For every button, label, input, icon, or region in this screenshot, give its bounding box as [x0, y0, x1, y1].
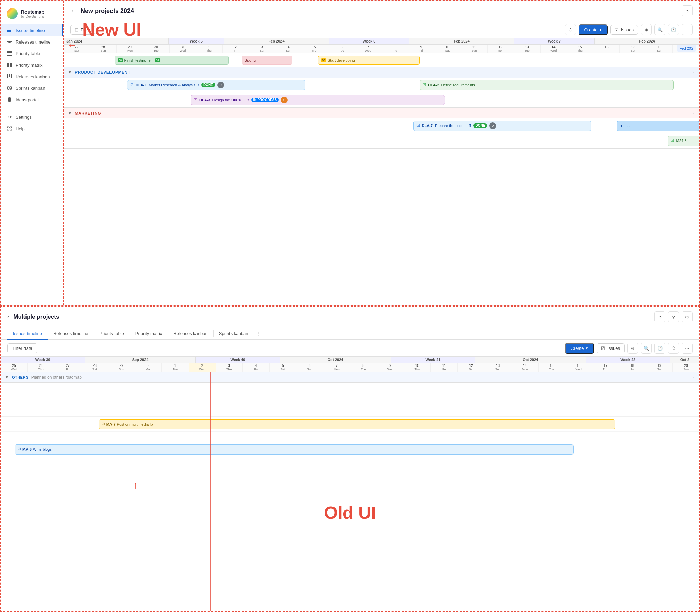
priority-icon: ↑ [197, 83, 199, 87]
sidebar-item-label: Releases timeline [16, 39, 51, 44]
marketing-header[interactable]: ▼ MARKETING ⋮ [64, 108, 699, 118]
sidebar-item-settings[interactable]: Settings [1, 111, 63, 123]
marketing-group: ▼ MARKETING ⋮ ☑ DLA-7 Prepare the code..… [64, 108, 699, 149]
day-header-thu8: 8Thu [381, 44, 408, 53]
history-button[interactable]: 🕐 [668, 24, 679, 35]
svg-rect-7 [7, 52, 12, 53]
tab-releases-timeline[interactable]: Releases timeline [48, 328, 94, 340]
old-distribute-button[interactable]: ⇕ [668, 343, 679, 353]
search-button[interactable]: 🔍 [655, 24, 665, 35]
tab-priority-matrix[interactable]: Priority matrix [130, 328, 168, 340]
week39-header: Week 39 [1, 357, 85, 363]
old-day-mon14: 14Mon [511, 363, 538, 372]
sidebar-item-releases-kanban[interactable]: Releases kanban [1, 71, 63, 82]
page-title: New projects 2024 [81, 8, 677, 15]
old-more-button[interactable]: ⋯ [682, 343, 692, 353]
day-header-sat17: 17Sat [620, 44, 646, 53]
sync-button[interactable]: ↺ [682, 5, 692, 16]
tab-sprints-kanban[interactable]: Sprints kanban [213, 328, 254, 340]
tab-priority-table[interactable]: Priority table [94, 328, 129, 340]
start-badge: 05 [321, 58, 326, 62]
old-share-button[interactable]: ⊕ [627, 343, 638, 353]
sidebar-item-ideas-portal[interactable]: Ideas portal [1, 94, 63, 106]
old-page-title: Multiple projects [13, 314, 655, 320]
more-options-button[interactable]: ⋯ [682, 24, 692, 35]
sidebar-item-priority-table[interactable]: Priority table [1, 47, 63, 59]
old-create-button[interactable]: Create ▼ [565, 343, 594, 353]
sidebar-item-priority-matrix[interactable]: Priority matrix [1, 59, 63, 71]
dla1-bar[interactable]: ☑ DLA-1 Market Research & Analysis ↑ DON… [127, 80, 305, 90]
old-day-sat19: 19Sat [646, 363, 673, 372]
avatar: U [489, 122, 496, 129]
svg-rect-15 [9, 74, 10, 77]
create-button[interactable]: Create ▼ [579, 25, 607, 35]
sidebar-item-sprints-kanban[interactable]: Sprints kanban [1, 82, 63, 94]
old-tabs: Issues timeline Releases timeline Priori… [1, 328, 699, 340]
old-issues-button[interactable]: ☑ Issues [597, 344, 625, 353]
oct2024-header-2: Oct 2024 [475, 357, 586, 363]
bug-fix-bar[interactable]: Bug fix [242, 56, 293, 65]
tab-releases-kanban[interactable]: Releases kanban [168, 328, 213, 340]
checkbox-icon: ☑ [423, 83, 426, 87]
sidebar-item-issues-timeline[interactable]: Issues timeline [1, 25, 63, 36]
sidebar-item-label: Priority table [16, 51, 40, 56]
old-day-tue8: 8Tue [350, 363, 377, 372]
dla2-bar[interactable]: ☑ DLA-2 Define requirements [420, 80, 674, 90]
sidebar-item-releases-timeline[interactable]: Releases timeline [1, 36, 63, 47]
ma7-bar[interactable]: ☑ MA-7 Post on multimedia fb [99, 419, 616, 429]
others-subtitle: Planned on others roadmap [31, 375, 82, 380]
day-header-wed31: 31Wed [170, 44, 196, 53]
share-button[interactable]: ⊕ [641, 24, 652, 35]
start-developing-bar[interactable]: 05 Start developing [318, 56, 420, 65]
svg-rect-12 [7, 65, 9, 67]
sidebar-item-label: Priority matrix [16, 62, 42, 68]
group-more-icon[interactable]: ⋮ [691, 111, 695, 115]
week7-header: Week 7 [514, 38, 594, 44]
tab-issues-timeline[interactable]: Issues timeline [8, 328, 47, 340]
main-toolbar: ⊟ Filter ⇕ Create ▼ ☑ Issues ⊕ 🔍 🕐 ⋯ [64, 22, 699, 38]
back-button[interactable]: ← [70, 8, 76, 15]
others-group-header[interactable]: ▼ OTHERS Planned on others roadmap ⋮ [1, 372, 699, 383]
dla7-bar[interactable]: ☑ DLA-7 Prepare the code... ⇈ DONE U [414, 121, 591, 131]
old-ui-section: ‹ Multiple projects ↺ ? ⚙ Issues timelin… [0, 306, 700, 612]
day-header-tue30: 30Tue [143, 44, 170, 53]
dla3-bar[interactable]: ☑ DLA-3 Design the UI/UX ... ↑ IN PROGRE… [191, 95, 445, 105]
old-timeline-body: ▼ OTHERS Planned on others roadmap ⋮ ☑ M… [1, 372, 699, 611]
tab-more-button[interactable]: ⋮ [254, 328, 264, 339]
sidebar-item-help[interactable]: ? Help [1, 123, 63, 134]
old-day-mon30: 30Mon [135, 363, 162, 372]
old-day-sat28: 28Sat [81, 363, 108, 372]
task-id: MA-6 [23, 447, 32, 451]
old-help-button[interactable]: ? [668, 311, 679, 322]
checkbox-icon: ☑ [102, 422, 105, 426]
asd-bar[interactable]: ▼ asd [617, 121, 699, 131]
svg-rect-6 [7, 51, 12, 52]
old-search-button[interactable]: 🔍 [641, 343, 652, 353]
others-more-icon[interactable]: ⋮ [691, 375, 695, 380]
finish-testing-bar[interactable]: 30 Finish testing fe... 02 [115, 56, 229, 65]
dropdown-arrow-icon: ▼ [599, 28, 602, 32]
old-refresh-button[interactable]: ↺ [655, 311, 665, 322]
old-day-sun13: 13Sun [485, 363, 511, 372]
oct2024-header-1: Oct 2024 [280, 357, 391, 363]
m24-8-bar[interactable]: ☑ M24-8 [668, 136, 700, 146]
old-history-button[interactable]: 🕐 [655, 343, 665, 353]
group-more-icon[interactable]: ⋮ [691, 70, 695, 75]
finish-badge: 30 [117, 58, 123, 62]
old-day-tue15: 15Tue [538, 363, 565, 372]
filter-data-button[interactable]: Filter data [8, 344, 38, 353]
old-day-sat5: 5Sat [270, 363, 296, 372]
old-day-fri4: 4Fri [243, 363, 270, 372]
old-settings-button[interactable]: ⚙ [682, 311, 692, 322]
issues-button[interactable]: ☑ Issues [610, 25, 638, 35]
svg-rect-9 [7, 55, 12, 56]
settings-icon [7, 114, 12, 120]
filter-button[interactable]: ⊟ Filter [70, 25, 95, 35]
ma6-bar[interactable]: ☑ MA-6 Write blogs [15, 444, 574, 455]
svg-rect-11 [10, 62, 12, 65]
product-dev-header[interactable]: ▼ PRODUCT DEVELOPMENT ⋮ [64, 67, 699, 78]
old-back-button[interactable]: ‹ [8, 314, 9, 320]
logo-icon [7, 8, 18, 19]
svg-rect-5 [11, 41, 12, 42]
distribute-button[interactable]: ⇕ [565, 24, 576, 35]
